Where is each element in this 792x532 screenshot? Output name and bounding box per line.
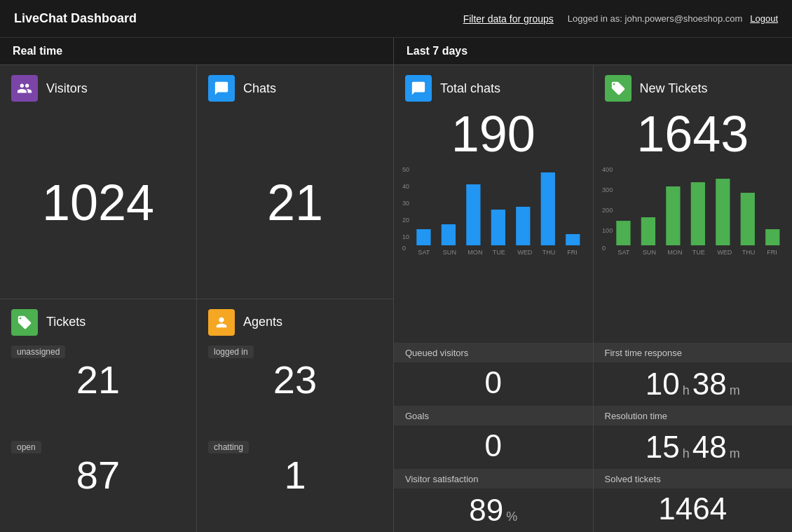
agents-card: Agents logged in 23 chatting 1: [197, 299, 393, 533]
visitor-satisfaction-value: 89 %: [394, 489, 593, 532]
solved-tickets-value: 1464: [594, 489, 793, 532]
svg-rect-7: [442, 224, 456, 245]
chats-icon: [208, 75, 235, 102]
svg-text:SUN: SUN: [443, 249, 456, 256]
solved-tickets-row: Solved tickets 1464: [594, 469, 793, 532]
svg-rect-9: [491, 210, 505, 245]
app-title: LiveChat Dashboard: [14, 11, 137, 26]
svg-text:10: 10: [402, 233, 409, 240]
svg-text:THU: THU: [542, 249, 556, 256]
queued-visitors-label: Queued visitors: [394, 343, 593, 362]
goals-value: 0: [394, 425, 593, 469]
solved-tickets-label: Solved tickets: [594, 470, 793, 489]
last7days-panel: Last 7 days Total chats 190 50: [394, 38, 792, 532]
last7days-grid: Total chats 190 50 40 30 20 10 0: [394, 65, 792, 532]
tickets-header: Tickets: [0, 299, 196, 341]
chats-header: Chats: [197, 65, 393, 107]
svg-text:0: 0: [402, 245, 406, 252]
svg-text:FRI: FRI: [767, 249, 777, 256]
tickets-icon: [11, 309, 38, 336]
tickets-unassigned-section: unassigned 21: [0, 341, 196, 437]
new-tickets-label: New Tickets: [640, 81, 708, 96]
svg-rect-30: [740, 193, 754, 245]
visitors-icon: [11, 75, 38, 102]
agents-chatting-value: 1: [208, 453, 382, 497]
agents-label: Agents: [243, 315, 282, 329]
svg-text:200: 200: [602, 207, 613, 214]
chats-card: Chats 21: [197, 65, 393, 299]
svg-rect-27: [666, 186, 680, 245]
svg-text:WED: WED: [717, 249, 732, 256]
filter-link[interactable]: Filter data for groups: [463, 13, 554, 25]
realtime-grid: Visitors 1024 Chats 21: [0, 65, 393, 532]
agents-loggedin-value: 23: [208, 358, 382, 402]
svg-text:MON: MON: [467, 249, 482, 256]
last7days-header: Last 7 days: [394, 38, 792, 65]
first-time-response-row: First time response 10 h 38 m: [594, 343, 793, 406]
total-chats-icon: [405, 75, 432, 102]
svg-text:50: 50: [402, 166, 409, 173]
svg-text:300: 300: [602, 186, 613, 193]
svg-text:MON: MON: [667, 249, 682, 256]
tickets-sub-sections: unassigned 21 open 87: [0, 341, 196, 533]
svg-text:40: 40: [402, 183, 409, 190]
svg-rect-28: [690, 182, 704, 245]
total-chats-value: 190: [394, 106, 593, 162]
tickets-open-value: 87: [11, 453, 185, 497]
user-info: Logged in as: john.powers@shoeshop.com L…: [568, 13, 778, 24]
tickets-unassigned-value: 21: [11, 358, 185, 402]
queued-visitors-row: Queued visitors 0: [394, 343, 593, 406]
resolution-time-value: 15 h 48 m: [594, 425, 793, 469]
svg-text:FRI: FRI: [567, 249, 578, 256]
realtime-header: Real time: [0, 38, 393, 65]
svg-text:THU: THU: [742, 249, 755, 256]
goals-row: Goals 0: [394, 406, 593, 469]
svg-rect-8: [466, 184, 480, 245]
resolution-time-row: Resolution time 15 h 48 m: [594, 406, 793, 469]
header-right: Filter data for groups Logged in as: joh…: [463, 13, 778, 25]
svg-text:TUE: TUE: [493, 249, 505, 256]
user-email: john.powers@shoeshop.com: [625, 13, 743, 24]
new-tickets-header: New Tickets: [594, 65, 793, 106]
new-tickets-panel: New Tickets 1643 400 300 200 100 0: [594, 65, 793, 532]
svg-rect-26: [641, 217, 655, 245]
svg-rect-31: [765, 229, 779, 245]
svg-rect-12: [566, 234, 580, 245]
svg-text:WED: WED: [517, 249, 533, 256]
visitors-header: Visitors: [0, 65, 196, 107]
visitors-value: 1024: [0, 107, 196, 299]
agents-loggedin-label: logged in: [208, 346, 254, 358]
svg-rect-29: [716, 179, 730, 245]
new-tickets-value: 1643: [594, 106, 793, 162]
new-tickets-icon: [605, 75, 631, 102]
agents-header: Agents: [197, 299, 393, 341]
agents-chatting-label: chatting: [208, 441, 249, 453]
user-prefix: Logged in as:: [568, 13, 622, 24]
first-time-response-value: 10 h 38 m: [594, 362, 793, 406]
realtime-panel: Real time Visitors 1024: [0, 38, 394, 532]
agents-icon: [208, 309, 235, 336]
svg-text:0: 0: [602, 245, 606, 252]
tickets-label: Tickets: [46, 315, 86, 329]
header: LiveChat Dashboard Filter data for group…: [0, 0, 792, 38]
visitor-satisfaction-row: Visitor satisfaction 89 %: [394, 469, 593, 532]
logout-link[interactable]: Logout: [750, 13, 778, 24]
resolution-time-label: Resolution time: [594, 407, 793, 425]
goals-label: Goals: [394, 407, 593, 425]
first-time-response-label: First time response: [594, 343, 793, 362]
agents-chatting-section: chatting 1: [197, 437, 393, 532]
main-container: Real time Visitors 1024: [0, 38, 792, 532]
visitors-label: Visitors: [46, 81, 88, 96]
chats-value: 21: [197, 107, 393, 299]
total-chats-header: Total chats: [394, 65, 593, 106]
total-chats-chart: 50 40 30 20 10 0: [394, 162, 593, 343]
svg-text:400: 400: [602, 166, 613, 173]
svg-text:100: 100: [602, 227, 613, 234]
svg-text:TUE: TUE: [692, 249, 704, 256]
svg-text:SAT: SAT: [418, 249, 430, 256]
svg-rect-10: [516, 207, 530, 245]
svg-text:20: 20: [402, 217, 409, 224]
total-chats-panel: Total chats 190 50 40 30 20 10 0: [394, 65, 593, 532]
tickets-open-section: open 87: [0, 437, 196, 532]
total-chats-label: Total chats: [440, 81, 500, 96]
